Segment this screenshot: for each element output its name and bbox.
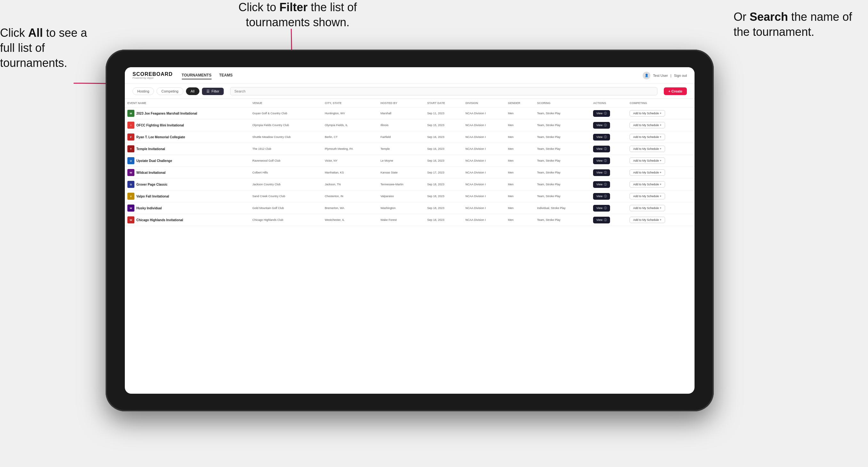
competing-cell: Add to My Schedule + [627,107,694,119]
start-date-cell: Sep 18, 2023 [425,190,463,202]
start-date-cell: Sep 16, 2023 [425,155,463,167]
actions-cell: View ⓘ [590,119,627,131]
search-input[interactable] [230,87,657,95]
user-avatar: 👤 [643,72,650,80]
hosted-by-cell: Le Moyne [378,155,425,167]
add-to-schedule-button[interactable]: Add to My Schedule + [629,146,665,152]
tab-competing[interactable]: Competing [156,87,183,95]
start-date-cell: Sep 17, 2023 [425,167,463,179]
add-to-schedule-button[interactable]: Add to My Schedule + [629,122,665,128]
hosted-by-cell: Kansas State [378,167,425,179]
add-to-schedule-button[interactable]: Add to My Schedule + [629,169,665,176]
scoring-cell: Team, Stroke Play [534,107,590,119]
division-cell: NCAA Division I [463,131,505,143]
venue-cell: Guyan Golf & Country Club [250,107,322,119]
event-name-text: 2023 Joe Feaganes Marshall Invitational [136,112,197,115]
team-logo: G [127,181,134,188]
nav-teams[interactable]: TEAMS [219,72,233,80]
event-name-cell-4: T Temple Invitational [125,143,250,155]
table-row: W Chicago Highlands Invitational Chicago… [125,214,694,226]
competing-cell: Add to My Schedule + [627,143,694,155]
event-name-cell-7: G Grover Page Classic [125,179,250,190]
event-name-text: Valpo Fall Invitational [136,195,169,198]
col-competing: COMPETING [627,99,694,107]
division-cell: NCAA Division I [463,119,505,131]
view-button[interactable]: View ⓘ [593,193,610,200]
toolbar: Hosting Competing All ☰ Filter + Create [125,84,694,99]
nav-signout[interactable]: Sign out [674,73,687,77]
actions-cell: View ⓘ [590,131,627,143]
gender-cell: Men [505,214,534,226]
start-date-cell: Sep 18, 2023 [425,214,463,226]
info-icon: ⓘ [604,182,607,187]
scoring-cell: Team, Stroke Play [534,143,590,155]
add-to-schedule-button[interactable]: Add to My Schedule + [629,157,665,164]
add-to-schedule-button[interactable]: Add to My Schedule + [629,205,665,211]
col-hosted-by: HOSTED BY [378,99,425,107]
gender-cell: Men [505,131,534,143]
view-button[interactable]: View ⓘ [593,134,610,141]
city-state-cell: Plymouth Meeting, PA [322,143,378,155]
filter-button[interactable]: ☰ Filter [202,88,224,95]
add-to-schedule-button[interactable]: Add to My Schedule + [629,193,665,199]
view-button[interactable]: View ⓘ [593,146,610,152]
view-button[interactable]: View ⓘ [593,157,610,164]
city-state-cell: Victor, NY [322,155,378,167]
team-logo: W [127,216,134,223]
venue-cell: The 1912 Club [250,143,322,155]
view-button[interactable]: View ⓘ [593,181,610,188]
info-icon: ⓘ [604,147,607,151]
view-button[interactable]: View ⓘ [593,169,610,176]
actions-cell: View ⓘ [590,167,627,179]
nav-tournaments[interactable]: TOURNAMENTS [182,72,212,80]
info-icon: ⓘ [604,135,607,139]
team-logo: W [127,169,134,176]
nav-right: 👤 Test User | Sign out [643,72,687,80]
view-button[interactable]: View ⓘ [593,122,610,129]
scoring-cell: Team, Stroke Play [534,190,590,202]
scoring-cell: Team, Stroke Play [534,155,590,167]
event-name-cell-9: W Husky Individual [125,202,250,214]
city-state-cell: Chesterton, IN [322,190,378,202]
venue-cell: Ravenwood Golf Club [250,155,322,167]
table-header-row: EVENT NAME VENUE CITY, STATE HOSTED BY S… [125,99,694,107]
add-to-schedule-button[interactable]: Add to My Schedule + [629,181,665,188]
tab-hosting[interactable]: Hosting [132,87,154,95]
gender-cell: Men [505,143,534,155]
nav-links: TOURNAMENTS TEAMS [182,72,643,80]
start-date-cell: Sep 15, 2023 [425,119,463,131]
view-button[interactable]: View ⓘ [593,110,610,117]
info-icon: ⓘ [604,159,607,163]
city-state-cell: Huntington, WV [322,107,378,119]
nav-bar: SCOREBOARD Powered by clippd TOURNAMENTS… [125,67,694,84]
hosted-by-cell: Washington [378,202,425,214]
city-state-cell: Bremerton, WA [322,202,378,214]
tab-all[interactable]: All [186,87,199,95]
event-name-cell-2: I OFCC Fighting Illini Invitational [125,119,250,131]
col-division: DIVISION [463,99,505,107]
division-cell: NCAA Division I [463,190,505,202]
competing-cell: Add to My Schedule + [627,167,694,179]
event-name-text: Upstate Dual Challenge [136,159,172,163]
division-cell: NCAA Division I [463,155,505,167]
scoring-cell: Team, Stroke Play [534,167,590,179]
team-logo: F [127,133,134,141]
info-icon: ⓘ [604,170,607,175]
annotation-topleft: Click All to see a full list of tourname… [0,26,90,70]
table-row: M 2023 Joe Feaganes Marshall Invitationa… [125,107,694,119]
city-state-cell: Westchester, IL [322,214,378,226]
annotation-topmid: Click to Filter the list of tournaments … [218,0,378,30]
competing-cell: Add to My Schedule + [627,155,694,167]
create-button[interactable]: + Create [664,87,687,95]
add-to-schedule-button[interactable]: Add to My Schedule + [629,217,665,223]
view-button[interactable]: View ⓘ [593,205,610,212]
table-row: I OFCC Fighting Illini Invitational Olym… [125,119,694,131]
competing-cell: Add to My Schedule + [627,202,694,214]
venue-cell: Jackson Country Club [250,179,322,190]
event-name-text: Grover Page Classic [136,183,167,186]
event-name-text: OFCC Fighting Illini Invitational [136,124,184,127]
add-to-schedule-button[interactable]: Add to My Schedule + [629,134,665,140]
add-to-schedule-button[interactable]: Add to My Schedule + [629,110,665,117]
competing-cell: Add to My Schedule + [627,179,694,190]
view-button[interactable]: View ⓘ [593,217,610,223]
